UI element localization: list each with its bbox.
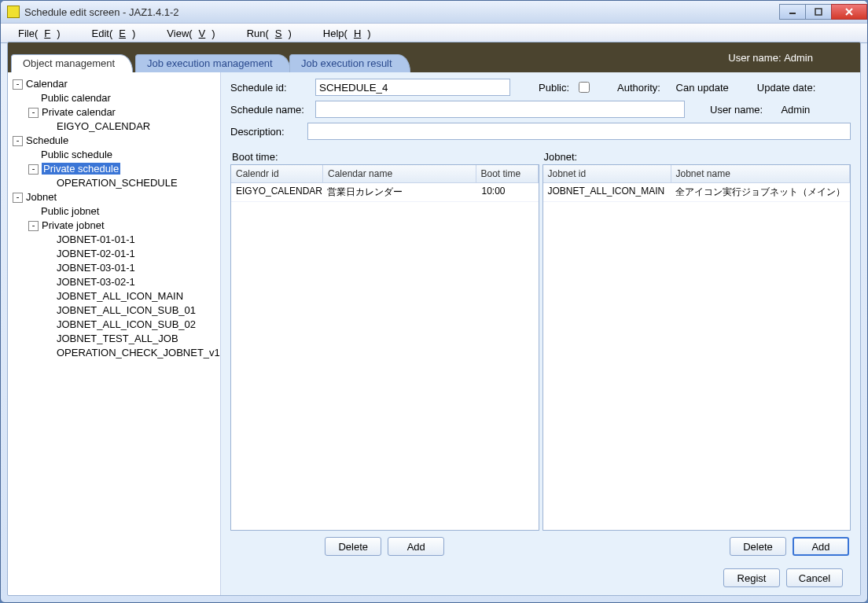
jobnet-title: Jobnet:: [544, 151, 851, 163]
window-controls: [780, 4, 867, 20]
tree-private-jobnet[interactable]: Private jobnet: [42, 219, 105, 231]
maximize-button[interactable]: [805, 4, 832, 20]
tree-toggle-calendar[interactable]: -: [13, 79, 23, 90]
boot-time-title: Boot time:: [232, 151, 539, 163]
titlebar: Schedule edit screen - JAZ1.4.1-2: [1, 1, 867, 24]
tree-calendar[interactable]: Calendar: [26, 78, 68, 90]
tab-job-execution-management[interactable]: Job execution management: [135, 54, 291, 72]
tree-eigyo-calendar[interactable]: EIGYO_CALENDAR: [57, 120, 150, 132]
client-area: User name: Admin Object management Job e…: [7, 42, 861, 596]
tree-toggle-private-jobnet[interactable]: -: [28, 221, 39, 231]
tree-jobnet-item[interactable]: OPERATION_CHECK_JOBNET_v130: [57, 347, 221, 358]
tab-body: -Calendar Public calendar -Private calen…: [8, 72, 860, 595]
svg-line-2: [846, 9, 852, 15]
cancel-button[interactable]: Cancel: [786, 568, 843, 587]
tree-toggle-jobnet[interactable]: -: [13, 193, 23, 203]
window-title: Schedule edit screen - JAZ1.4.1-2: [24, 6, 179, 18]
tree-public-calendar[interactable]: Public calendar: [41, 92, 111, 104]
boot-delete-button[interactable]: Delete: [325, 537, 381, 556]
user-name-value: Admin: [781, 104, 810, 116]
tree-jobnet-item[interactable]: JOBNET-03-02-1: [57, 276, 135, 288]
jobnet-add-button[interactable]: Add: [793, 537, 849, 556]
tree-public-jobnet[interactable]: Public jobnet: [41, 205, 99, 217]
tree-jobnet[interactable]: Jobnet: [26, 191, 57, 203]
public-label: Public:: [539, 82, 569, 94]
tab-job-execution-result[interactable]: Job execution result: [289, 54, 410, 72]
tree-private-schedule[interactable]: Private schedule: [42, 163, 120, 175]
boot-time-pane: Boot time: Calendr id Calendar name Boot…: [230, 148, 539, 557]
menu-view[interactable]: View(V): [154, 26, 227, 41]
schedule-name-label: Schedule name:: [230, 104, 309, 116]
boot-col-boot-time[interactable]: Boot time: [476, 165, 539, 182]
tree-operation-schedule[interactable]: OPERATION_SCHEDULE: [57, 177, 178, 189]
jobnet-grid[interactable]: Jobnet id Jobnet name JOBNET_ALL_ICON_MA…: [542, 164, 851, 531]
boot-col-calendar-id[interactable]: Calendr id: [231, 165, 323, 182]
tree-jobnet-item[interactable]: JOBNET-02-01-1: [57, 248, 135, 259]
jobnet-col-name[interactable]: Jobnet name: [671, 165, 851, 182]
jobnet-pane: Jobnet: Jobnet id Jobnet name JOBNET_ALL…: [542, 148, 851, 557]
jobnet-row[interactable]: JOBNET_ALL_ICON_MAIN 全アイコン実行ジョブネット（メイン）: [543, 183, 851, 202]
regist-button[interactable]: Regist: [723, 568, 780, 587]
menubar: File(F) Edit(E) View(V) Run(S) Help(H): [1, 24, 867, 43]
authority-label: Authority:: [617, 82, 660, 94]
menu-edit[interactable]: Edit(E): [79, 26, 149, 41]
tree-jobnet-item[interactable]: JOBNET_ALL_ICON_SUB_01: [57, 304, 196, 316]
app-icon: [7, 6, 20, 18]
update-date-label: Update date:: [757, 82, 815, 94]
tree-toggle-schedule[interactable]: -: [13, 136, 23, 146]
svg-line-3: [846, 9, 852, 15]
tree-private-calendar[interactable]: Private calendar: [42, 106, 116, 118]
tree-toggle-private-calendar[interactable]: -: [28, 108, 39, 118]
public-checkbox[interactable]: [579, 82, 590, 93]
menu-help[interactable]: Help(H): [311, 26, 384, 41]
tree-jobnet-item[interactable]: JOBNET-01-01-1: [57, 233, 135, 245]
tree-jobnet-item[interactable]: JOBNET_ALL_ICON_MAIN: [57, 290, 183, 302]
tabbar: Object management Job execution manageme…: [8, 55, 860, 72]
jobnet-col-id[interactable]: Jobnet id: [543, 165, 671, 182]
footer-buttons: Regist Cancel: [723, 568, 843, 587]
tree-public-schedule[interactable]: Public schedule: [41, 149, 112, 160]
user-name-label: User name:: [710, 104, 763, 116]
schedule-id-input[interactable]: [315, 79, 510, 96]
sidebar-tree: -Calendar Public calendar -Private calen…: [8, 72, 221, 595]
schedule-id-label: Schedule id:: [230, 82, 309, 94]
boot-col-calendar-name[interactable]: Calendar name: [323, 165, 476, 182]
tree-jobnet-item[interactable]: JOBNET-03-01-1: [57, 262, 135, 274]
tree-jobnet-item[interactable]: JOBNET_TEST_ALL_JOB: [57, 333, 178, 344]
close-button[interactable]: [831, 4, 867, 20]
boot-row[interactable]: EIGYO_CALENDAR 営業日カレンダー 10:00: [231, 183, 539, 202]
minimize-button[interactable]: [779, 4, 806, 20]
svg-rect-1: [815, 9, 822, 15]
app-window: Schedule edit screen - JAZ1.4.1-2 File(F…: [0, 0, 868, 603]
tree-jobnet-item[interactable]: JOBNET_ALL_ICON_SUB_02: [57, 318, 196, 330]
boot-time-grid[interactable]: Calendr id Calendar name Boot time EIGYO…: [230, 164, 539, 531]
description-input[interactable]: [307, 123, 851, 140]
tab-object-management[interactable]: Object management: [11, 54, 133, 72]
tree-schedule[interactable]: Schedule: [26, 134, 68, 146]
menu-file[interactable]: File(F): [6, 26, 73, 41]
description-label: Description:: [230, 126, 301, 138]
menu-run[interactable]: Run(S): [234, 26, 304, 41]
main-panel: Schedule id: Public: Authority: Can upda…: [221, 72, 860, 595]
jobnet-delete-button[interactable]: Delete: [730, 537, 786, 556]
tree-toggle-private-schedule[interactable]: -: [28, 164, 39, 175]
authority-value: Can update: [676, 82, 729, 94]
boot-add-button[interactable]: Add: [388, 537, 444, 556]
schedule-name-input[interactable]: [315, 101, 685, 118]
